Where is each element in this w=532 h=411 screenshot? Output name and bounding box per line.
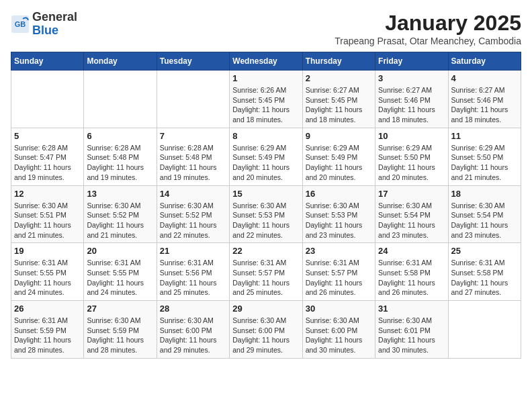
day-cell: 9Sunrise: 6:29 AMSunset: 5:49 PMDaylight…: [302, 128, 375, 185]
day-cell: 4Sunrise: 6:27 AMSunset: 5:46 PMDaylight…: [448, 71, 521, 128]
day-number: 14: [160, 189, 226, 199]
day-cell: 26Sunrise: 6:31 AMSunset: 5:59 PMDayligh…: [11, 301, 84, 359]
day-number: 21: [160, 246, 226, 256]
weekday-header-row: SundayMondayTuesdayWednesdayThursdayFrid…: [11, 52, 521, 71]
day-number: 6: [87, 131, 153, 141]
day-number: 5: [14, 131, 81, 141]
day-number: 11: [451, 131, 518, 141]
day-number: 9: [306, 131, 372, 141]
day-number: 20: [87, 246, 153, 256]
calendar-table: SundayMondayTuesdayWednesdayThursdayFrid…: [11, 52, 521, 359]
weekday-header-friday: Friday: [375, 52, 448, 71]
day-info: Sunrise: 6:30 AMSunset: 6:00 PMDaylight:…: [232, 316, 299, 355]
day-info: Sunrise: 6:31 AMSunset: 5:55 PMDaylight:…: [14, 258, 81, 298]
day-cell: 10Sunrise: 6:29 AMSunset: 5:50 PMDayligh…: [375, 128, 448, 185]
day-cell: 11Sunrise: 6:29 AMSunset: 5:50 PMDayligh…: [448, 128, 521, 185]
day-cell: 31Sunrise: 6:30 AMSunset: 6:01 PMDayligh…: [375, 301, 448, 359]
day-info: Sunrise: 6:31 AMSunset: 5:58 PMDaylight:…: [378, 258, 445, 298]
logo-icon: GB: [11, 15, 30, 34]
weekday-header-thursday: Thursday: [302, 52, 375, 71]
day-info: Sunrise: 6:26 AMSunset: 5:45 PMDaylight:…: [232, 85, 299, 125]
day-info: Sunrise: 6:31 AMSunset: 5:58 PMDaylight:…: [451, 258, 518, 298]
week-row-5: 26Sunrise: 6:31 AMSunset: 5:59 PMDayligh…: [11, 301, 521, 359]
weekday-header-tuesday: Tuesday: [157, 52, 229, 71]
day-number: 19: [14, 246, 81, 256]
day-info: Sunrise: 6:28 AMSunset: 5:48 PMDaylight:…: [160, 143, 226, 183]
day-number: 4: [451, 73, 518, 83]
day-cell: 17Sunrise: 6:30 AMSunset: 5:54 PMDayligh…: [375, 185, 448, 243]
day-cell: 30Sunrise: 6:30 AMSunset: 6:00 PMDayligh…: [302, 301, 375, 359]
day-cell: 1Sunrise: 6:26 AMSunset: 5:45 PMDaylight…: [230, 71, 302, 128]
day-cell: 12Sunrise: 6:30 AMSunset: 5:51 PMDayligh…: [11, 185, 84, 243]
day-info: Sunrise: 6:31 AMSunset: 5:57 PMDaylight:…: [306, 258, 372, 298]
day-info: Sunrise: 6:31 AMSunset: 5:57 PMDaylight:…: [232, 258, 299, 298]
day-info: Sunrise: 6:30 AMSunset: 5:53 PMDaylight:…: [232, 201, 299, 240]
day-number: 8: [232, 131, 299, 141]
day-number: 31: [378, 304, 445, 314]
day-cell: 20Sunrise: 6:31 AMSunset: 5:55 PMDayligh…: [84, 243, 157, 301]
day-number: 18: [451, 189, 518, 199]
day-number: 27: [87, 304, 153, 314]
day-cell: 5Sunrise: 6:28 AMSunset: 5:47 PMDaylight…: [11, 128, 84, 185]
day-cell: 19Sunrise: 6:31 AMSunset: 5:55 PMDayligh…: [11, 243, 84, 301]
logo: GB General Blue: [11, 11, 77, 38]
week-row-3: 12Sunrise: 6:30 AMSunset: 5:51 PMDayligh…: [11, 185, 521, 243]
day-info: Sunrise: 6:29 AMSunset: 5:50 PMDaylight:…: [378, 143, 445, 183]
day-cell: 2Sunrise: 6:27 AMSunset: 5:45 PMDaylight…: [302, 71, 375, 128]
day-cell: 14Sunrise: 6:30 AMSunset: 5:52 PMDayligh…: [157, 185, 229, 243]
weekday-header-monday: Monday: [84, 52, 157, 71]
day-cell: 15Sunrise: 6:30 AMSunset: 5:53 PMDayligh…: [230, 185, 302, 243]
day-info: Sunrise: 6:30 AMSunset: 5:53 PMDaylight:…: [306, 201, 372, 240]
day-cell: [448, 301, 521, 359]
day-info: Sunrise: 6:27 AMSunset: 5:45 PMDaylight:…: [306, 85, 372, 125]
day-cell: 22Sunrise: 6:31 AMSunset: 5:57 PMDayligh…: [230, 243, 302, 301]
day-info: Sunrise: 6:28 AMSunset: 5:47 PMDaylight:…: [14, 143, 81, 183]
day-info: Sunrise: 6:29 AMSunset: 5:49 PMDaylight:…: [306, 143, 372, 183]
day-number: 16: [306, 189, 372, 199]
title-block: January 2025 Trapeang Prasat, Otar Meanc…: [335, 11, 521, 46]
day-info: Sunrise: 6:29 AMSunset: 5:49 PMDaylight:…: [232, 143, 299, 183]
day-number: 26: [14, 304, 81, 314]
logo-blue-text: Blue: [32, 24, 58, 37]
header: GB General Blue January 2025 Trapeang Pr…: [11, 11, 521, 46]
day-number: 23: [306, 246, 372, 256]
weekday-header-sunday: Sunday: [11, 52, 84, 71]
day-cell: 18Sunrise: 6:30 AMSunset: 5:54 PMDayligh…: [448, 185, 521, 243]
day-number: 17: [378, 189, 445, 199]
day-cell: 8Sunrise: 6:29 AMSunset: 5:49 PMDaylight…: [230, 128, 302, 185]
day-cell: [11, 71, 84, 128]
day-number: 3: [378, 73, 445, 83]
day-cell: 21Sunrise: 6:31 AMSunset: 5:56 PMDayligh…: [157, 243, 229, 301]
day-info: Sunrise: 6:30 AMSunset: 6:01 PMDaylight:…: [378, 316, 445, 355]
day-info: Sunrise: 6:30 AMSunset: 5:54 PMDaylight:…: [451, 201, 518, 240]
day-cell: [84, 71, 157, 128]
weekday-header-wednesday: Wednesday: [230, 52, 302, 71]
day-number: 7: [160, 131, 226, 141]
day-info: Sunrise: 6:30 AMSunset: 5:59 PMDaylight:…: [87, 316, 153, 355]
day-info: Sunrise: 6:30 AMSunset: 5:52 PMDaylight:…: [87, 201, 153, 240]
day-number: 1: [232, 73, 299, 83]
day-number: 12: [14, 189, 81, 199]
day-cell: 25Sunrise: 6:31 AMSunset: 5:58 PMDayligh…: [448, 243, 521, 301]
day-number: 25: [451, 246, 518, 256]
day-info: Sunrise: 6:30 AMSunset: 5:51 PMDaylight:…: [14, 201, 81, 240]
week-row-1: 1Sunrise: 6:26 AMSunset: 5:45 PMDaylight…: [11, 71, 521, 128]
day-cell: 23Sunrise: 6:31 AMSunset: 5:57 PMDayligh…: [302, 243, 375, 301]
day-info: Sunrise: 6:27 AMSunset: 5:46 PMDaylight:…: [378, 85, 445, 125]
svg-text:GB: GB: [15, 20, 26, 28]
day-info: Sunrise: 6:30 AMSunset: 5:54 PMDaylight:…: [378, 201, 445, 240]
day-number: 28: [160, 304, 226, 314]
location-subtitle: Trapeang Prasat, Otar Meanchey, Cambodia: [335, 36, 521, 46]
day-cell: [157, 71, 229, 128]
day-info: Sunrise: 6:27 AMSunset: 5:46 PMDaylight:…: [451, 85, 518, 125]
day-cell: 16Sunrise: 6:30 AMSunset: 5:53 PMDayligh…: [302, 185, 375, 243]
day-number: 24: [378, 246, 445, 256]
weekday-header-saturday: Saturday: [448, 52, 521, 71]
day-number: 10: [378, 131, 445, 141]
day-cell: 24Sunrise: 6:31 AMSunset: 5:58 PMDayligh…: [375, 243, 448, 301]
logo-general-text: General: [32, 10, 77, 24]
day-info: Sunrise: 6:30 AMSunset: 5:52 PMDaylight:…: [160, 201, 226, 240]
day-number: 2: [306, 73, 372, 83]
day-cell: 27Sunrise: 6:30 AMSunset: 5:59 PMDayligh…: [84, 301, 157, 359]
day-info: Sunrise: 6:28 AMSunset: 5:48 PMDaylight:…: [87, 143, 153, 183]
